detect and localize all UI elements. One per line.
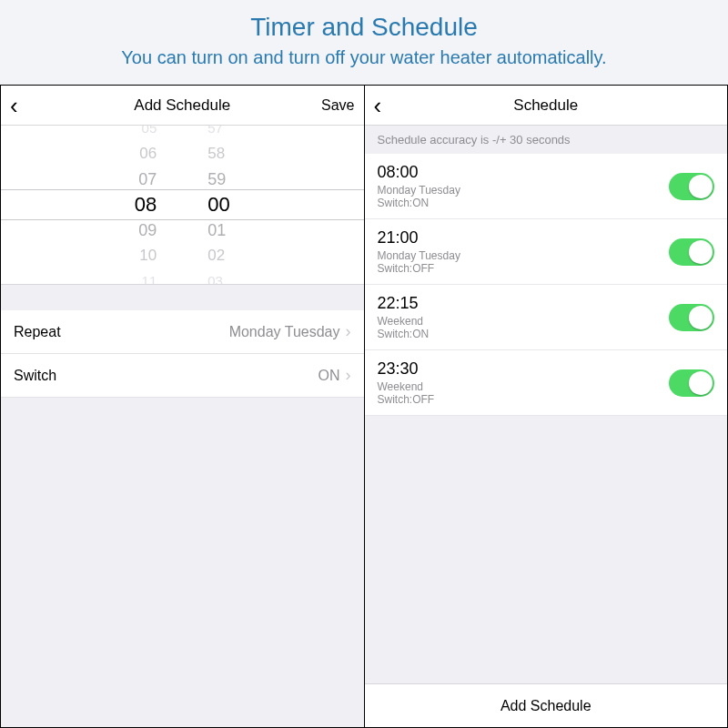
toggle-knob <box>689 240 713 264</box>
banner-title: Timer and Schedule <box>9 13 719 42</box>
schedule-switch-state: Switch:OFF <box>378 262 460 275</box>
hour-option: 06 <box>139 141 157 167</box>
add-schedule-label: Add Schedule <box>500 698 592 714</box>
chevron-right-icon: › <box>346 322 351 341</box>
schedule-item[interactable]: 23:30WeekendSwitch:OFF <box>365 350 728 416</box>
schedule-time: 08:00 <box>378 163 460 182</box>
screen-add-schedule: ‹ Add Schedule Save 05 06 07 08 09 10 <box>1 86 364 727</box>
toggle-knob <box>689 371 713 395</box>
chevron-left-icon: ‹ <box>10 94 18 117</box>
minute-option: 57 <box>207 126 223 141</box>
schedule-item[interactable]: 21:00Monday TuesdaySwitch:OFF <box>365 219 728 285</box>
hour-option: 07 <box>138 167 157 192</box>
repeat-value: Monday Tuesday <box>229 324 340 340</box>
schedule-toggle[interactable] <box>669 173 714 200</box>
time-picker[interactable]: 05 06 07 08 09 10 11 57 58 59 00 01 <box>1 126 364 285</box>
chevron-left-icon: ‹ <box>374 94 382 117</box>
minute-option: 02 <box>207 243 225 268</box>
schedule-time: 21:00 <box>378 228 460 248</box>
switch-label: Switch <box>14 368 56 384</box>
banner: Timer and Schedule You can turn on and t… <box>0 0 728 85</box>
hour-option: 09 <box>138 217 157 243</box>
schedule-days: Weekend <box>378 380 435 393</box>
schedule-item[interactable]: 22:15WeekendSwitch:ON <box>365 285 728 350</box>
hour-option: 11 <box>142 268 157 285</box>
schedule-toggle[interactable] <box>669 304 714 331</box>
toggle-knob <box>689 175 713 198</box>
schedule-time: 22:15 <box>378 294 430 313</box>
minute-wheel[interactable]: 57 58 59 00 01 02 03 <box>182 126 363 284</box>
schedule-list: 08:00Monday TuesdaySwitch:ON21:00Monday … <box>365 154 728 416</box>
switch-value: ON <box>318 368 340 384</box>
hour-option: 05 <box>142 126 157 141</box>
screen-schedule-list: ‹ Schedule Schedule accuracy is -/+ 30 s… <box>364 86 728 727</box>
empty-area <box>365 416 728 683</box>
minute-option: 01 <box>207 217 226 243</box>
minute-option: 59 <box>207 167 226 192</box>
schedule-days: Monday Tuesday <box>378 184 460 197</box>
schedule-switch-state: Switch:ON <box>378 328 430 340</box>
hour-option: 10 <box>139 243 157 268</box>
schedule-toggle[interactable] <box>669 369 714 397</box>
accuracy-note: Schedule accuracy is -/+ 30 seconds <box>365 126 728 154</box>
schedule-switch-state: Switch:OFF <box>378 393 435 406</box>
minute-selected: 00 <box>207 192 229 217</box>
schedule-days: Weekend <box>378 315 430 328</box>
spacer <box>1 285 364 310</box>
back-button[interactable]: ‹ <box>10 94 65 117</box>
navbar-add: ‹ Add Schedule Save <box>1 86 364 126</box>
hour-selected: 08 <box>135 192 157 217</box>
nav-title: Add Schedule <box>65 96 300 115</box>
schedule-toggle[interactable] <box>669 238 714 266</box>
hour-wheel[interactable]: 05 06 07 08 09 10 11 <box>1 126 182 284</box>
schedule-item[interactable]: 08:00Monday TuesdaySwitch:ON <box>365 154 728 219</box>
empty-area <box>1 398 364 727</box>
nav-title: Schedule <box>429 96 664 115</box>
minute-option: 03 <box>207 268 223 285</box>
repeat-label: Repeat <box>14 324 61 340</box>
banner-subtitle: You can turn on and turn off your water … <box>9 47 719 68</box>
schedule-switch-state: Switch:ON <box>378 197 460 209</box>
save-label: Save <box>321 97 354 114</box>
chevron-right-icon: › <box>346 366 351 385</box>
switch-row[interactable]: Switch ON › <box>1 354 364 398</box>
minute-option: 58 <box>207 141 225 167</box>
repeat-row[interactable]: Repeat Monday Tuesday › <box>1 310 364 354</box>
save-button[interactable]: Save <box>300 97 355 114</box>
schedule-days: Monday Tuesday <box>378 249 460 262</box>
add-schedule-button[interactable]: Add Schedule <box>365 683 728 727</box>
schedule-time: 23:30 <box>378 359 435 379</box>
toggle-knob <box>689 306 713 329</box>
navbar-list: ‹ Schedule <box>365 86 728 126</box>
back-button[interactable]: ‹ <box>374 94 429 117</box>
